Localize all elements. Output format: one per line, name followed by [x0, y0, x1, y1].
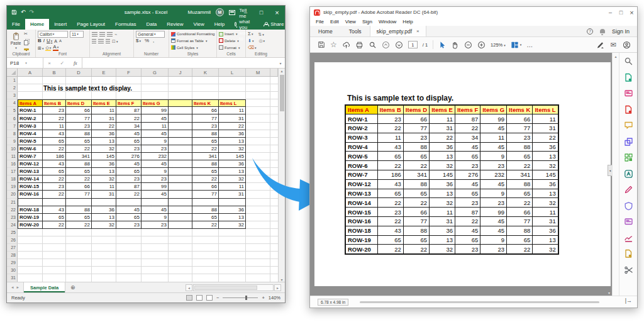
sign-in-button[interactable]: Sign In	[612, 28, 630, 35]
menu-help[interactable]: Help	[399, 19, 416, 25]
align-bottom-icon[interactable]	[107, 32, 113, 36]
cell-B10[interactable]: 22	[43, 145, 66, 153]
cell-M1[interactable]	[246, 77, 270, 84]
conditional-formatting-button[interactable]: Conditional Formatting	[171, 31, 215, 37]
cell-M7[interactable]	[246, 123, 270, 130]
ribbon-tab-insert[interactable]: Insert	[49, 19, 72, 30]
save-file-icon[interactable]	[318, 41, 325, 48]
borders-button[interactable]: ⊞	[38, 46, 43, 50]
cell-E7[interactable]: 22	[92, 123, 116, 130]
autosum-button[interactable]: Σ	[248, 31, 253, 36]
percent-style-button[interactable]: %	[145, 38, 149, 43]
export-pdf-icon[interactable]	[623, 72, 634, 83]
column-header-F[interactable]: F	[116, 69, 142, 76]
cell-M28[interactable]	[246, 252, 270, 259]
row-header-4[interactable]: 4	[7, 99, 18, 107]
cell-B19[interactable]: 23	[43, 183, 66, 191]
cell-F18[interactable]: 23	[116, 175, 142, 183]
fill-color-button[interactable]: ◇	[45, 45, 51, 51]
row-header-6[interactable]: 6	[7, 114, 18, 122]
cell-M30[interactable]	[246, 267, 270, 274]
cell-L25[interactable]	[219, 229, 246, 236]
scan-ocr-icon[interactable]	[623, 169, 634, 179]
cell-D30[interactable]	[66, 267, 92, 274]
cell-G25[interactable]	[142, 229, 169, 236]
cell-L5[interactable]: 11	[219, 107, 246, 114]
sheet-tab-sample-data[interactable]: Sample Data	[23, 282, 65, 292]
cell-G29[interactable]	[142, 259, 169, 267]
row-header-21[interactable]: 21	[7, 199, 18, 206]
cell-D22[interactable]: 88	[66, 206, 92, 214]
open-navigation-icon[interactable]: |→	[625, 297, 632, 304]
cell-D23[interactable]: 65	[66, 214, 92, 221]
cell-D5[interactable]: 66	[66, 107, 92, 114]
cell-L16[interactable]: 36	[219, 160, 246, 168]
page-display-icon[interactable]: ▾	[511, 41, 522, 49]
cell-K24[interactable]: 22	[192, 221, 219, 229]
cell-B25[interactable]	[43, 229, 66, 236]
cell-G11[interactable]: 232	[142, 153, 169, 160]
align-right-icon[interactable]	[106, 39, 110, 43]
underline-button[interactable]: U	[47, 38, 52, 43]
cell-B20[interactable]: 22	[43, 191, 66, 198]
cell-E3[interactable]	[92, 92, 116, 99]
row-header-16[interactable]: 16	[7, 160, 18, 168]
cell-D18[interactable]: 22	[66, 175, 92, 183]
accounting-format-button[interactable]: $	[136, 38, 141, 43]
cell-L6[interactable]: 31	[219, 114, 246, 122]
orientation-icon[interactable]: ⌁	[114, 32, 117, 36]
cell-E22[interactable]: 36	[92, 206, 116, 214]
hscroll-left-icon[interactable]: ◂	[186, 284, 192, 291]
cell-D25[interactable]	[66, 229, 92, 236]
menu-view[interactable]: View	[342, 19, 359, 25]
cell-D19[interactable]: 66	[66, 183, 92, 191]
align-top-icon[interactable]	[92, 32, 97, 36]
column-header-L[interactable]: L	[219, 69, 246, 76]
column-header-G[interactable]: G	[142, 69, 169, 76]
cell-J25[interactable]	[169, 229, 192, 236]
cell-B4[interactable]: Items B	[43, 99, 66, 107]
undo-icon[interactable]: ↶	[21, 9, 26, 15]
cell-A11[interactable]: ROW-7	[18, 153, 43, 160]
acrobat-minimize-button[interactable]	[605, 7, 616, 18]
cell-K22[interactable]: 88	[192, 206, 219, 214]
cell-K18[interactable]: 22	[192, 175, 219, 183]
cell-E30[interactable]	[92, 267, 116, 274]
cell-M5[interactable]	[246, 107, 270, 114]
cell-L3[interactable]	[219, 92, 246, 99]
font-size-select[interactable]: 11	[70, 31, 84, 38]
cell-F31[interactable]	[116, 274, 142, 282]
cell-B8[interactable]: 43	[43, 130, 66, 138]
cell-E9[interactable]: 13	[92, 138, 116, 145]
cell-M24[interactable]	[246, 221, 270, 229]
cell-L4[interactable]: Items L	[219, 99, 246, 107]
fill-sign-icon[interactable]	[623, 184, 634, 195]
cell-M2[interactable]	[246, 84, 270, 92]
cell-M4[interactable]	[246, 99, 270, 107]
select-all-corner[interactable]	[7, 69, 18, 76]
cell-F9[interactable]: 65	[116, 138, 142, 145]
row-header-26[interactable]: 26	[7, 236, 18, 244]
tab-home[interactable]: Home	[310, 26, 341, 36]
cell-E19[interactable]: 11	[92, 183, 116, 191]
excel-horizontal-scrollbar[interactable]: ◂ ▸	[186, 282, 285, 292]
previous-page-icon[interactable]	[382, 41, 390, 49]
cell-A4[interactable]: Items A	[18, 99, 43, 107]
cell-J20[interactable]	[169, 191, 192, 198]
fill-sign-pen-icon[interactable]	[596, 41, 604, 49]
cell-L7[interactable]: 22	[219, 123, 246, 130]
column-header-A[interactable]: A	[18, 69, 43, 76]
row-header-30[interactable]: 30	[7, 267, 18, 274]
row-header-7[interactable]: 7	[7, 123, 18, 130]
more-tools-ellipsis-icon[interactable]: …	[526, 42, 533, 48]
search-icon[interactable]	[369, 41, 377, 49]
cell-F16[interactable]: 45	[116, 160, 142, 168]
cell-E16[interactable]: 36	[92, 160, 116, 168]
edit-pdf-icon[interactable]	[623, 88, 634, 99]
share-cloud-icon[interactable]	[342, 41, 350, 49]
ribbon-tab-data[interactable]: Data	[141, 19, 162, 30]
acrobat-maximize-button[interactable]	[616, 7, 626, 18]
cell-B17[interactable]: 65	[43, 168, 66, 175]
cell-B28[interactable]	[43, 252, 66, 259]
panel-collapse-icon[interactable]: ◂	[608, 165, 612, 176]
